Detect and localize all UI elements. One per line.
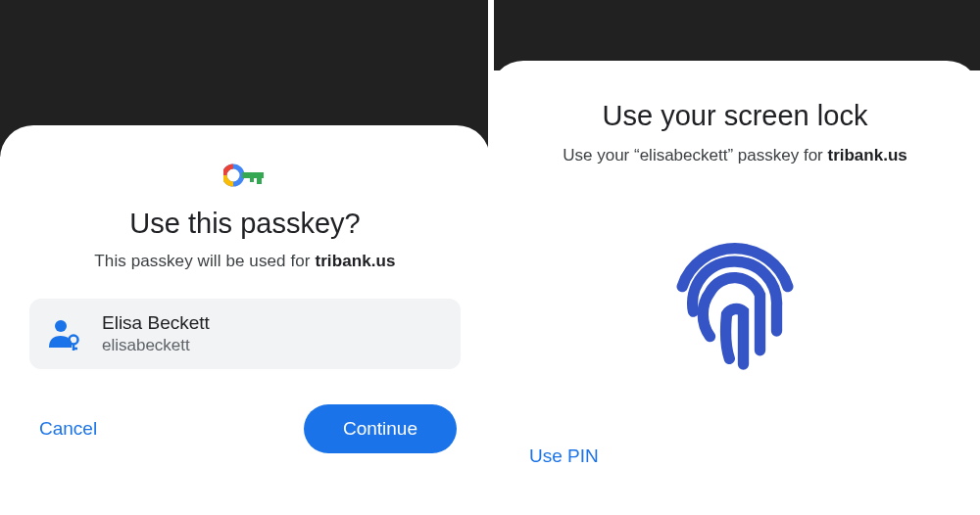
svg-rect-5: [250, 172, 254, 182]
account-display-name: Elisa Beckett: [102, 312, 210, 334]
passkey-key-icon: [223, 163, 267, 188]
subtitle-prefix: This passkey will be used for: [94, 252, 315, 270]
action-button-row: Cancel Continue: [27, 404, 463, 453]
use-pin-button[interactable]: Use PIN: [523, 436, 605, 477]
subtitle-mid: passkey for: [733, 146, 827, 164]
sheet-subtitle: Use your “elisabeckett” passkey for trib…: [517, 146, 953, 165]
account-text-block: Elisa Beckett elisabeckett: [102, 312, 210, 355]
subtitle-prefix: Use your: [563, 146, 634, 164]
svg-point-7: [70, 336, 78, 345]
action-button-row: Use PIN: [517, 436, 953, 477]
svg-point-6: [55, 320, 67, 332]
svg-rect-4: [257, 172, 262, 184]
continue-button[interactable]: Continue: [304, 404, 457, 453]
subtitle-username-quoted: “elisabeckett”: [634, 146, 733, 164]
account-username: elisabeckett: [102, 336, 210, 355]
passkey-selection-screen: Use this passkey? This passkey will be u…: [0, 0, 490, 515]
sheet-subtitle: This passkey will be used for tribank.us: [27, 252, 463, 271]
user-passkey-icon: [47, 316, 82, 351]
cancel-button[interactable]: Cancel: [33, 408, 103, 449]
sheet-title: Use your screen lock: [517, 100, 953, 132]
fingerprint-icon[interactable]: [652, 214, 818, 381]
screen-divider: [488, 0, 494, 515]
subtitle-domain: tribank.us: [315, 252, 395, 270]
passkey-account-card[interactable]: Elisa Beckett elisabeckett: [29, 299, 461, 369]
screen-lock-screen: Use your screen lock Use your “elisabeck…: [490, 0, 980, 515]
bottom-sheet: Use this passkey? This passkey will be u…: [0, 125, 490, 515]
subtitle-domain: tribank.us: [827, 146, 906, 164]
bottom-sheet: Use your screen lock Use your “elisabeck…: [490, 61, 980, 515]
sheet-title: Use this passkey?: [27, 208, 463, 240]
